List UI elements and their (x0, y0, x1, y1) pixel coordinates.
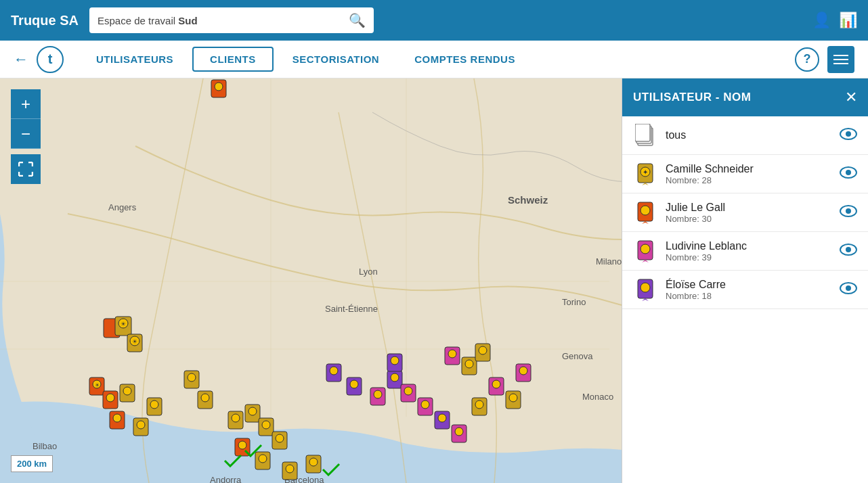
search-placeholder-text: Espace de travail Sud (97, 15, 198, 26)
marker-group-2[interactable]: ☀ (125, 332, 146, 356)
svg-point-120 (641, 283, 650, 292)
svg-point-90 (479, 346, 487, 354)
svg-point-82 (519, 367, 527, 375)
zoom-in-button[interactable]: + (11, 89, 41, 119)
tab-utilisateurs[interactable]: UTILISATEURS (80, 48, 190, 70)
marker-29[interactable] (487, 376, 506, 398)
marker-9[interactable] (183, 369, 202, 391)
camille-eye-icon[interactable] (840, 166, 857, 182)
tous-name: tous (666, 129, 831, 141)
svg-text:Torino: Torino (562, 297, 586, 307)
eloise-eye-icon[interactable] (840, 282, 857, 298)
marker-25[interactable] (416, 396, 435, 418)
eloise-icon (633, 277, 657, 302)
help-button[interactable]: ? (795, 47, 819, 72)
marker-8[interactable] (146, 396, 165, 418)
svg-point-30 (123, 387, 131, 395)
svg-point-32 (113, 414, 121, 422)
svg-point-78 (492, 380, 500, 388)
marker-20[interactable] (325, 363, 344, 384)
chart-icon[interactable]: 📊 (839, 12, 857, 29)
svg-text:Monaco: Monaco (582, 392, 613, 402)
back-button[interactable]: ← (14, 51, 28, 68)
svg-point-66 (391, 373, 399, 382)
camille-icon: ✦ (633, 162, 657, 186)
menu-button[interactable] (827, 46, 854, 73)
panel-close-button[interactable]: ✕ (845, 89, 857, 106)
marker-32[interactable] (386, 352, 405, 374)
panel-item-julie[interactable]: Julie Le Gall Nombre: 30 (622, 193, 868, 232)
marker-26[interactable] (433, 410, 452, 432)
svg-point-118 (846, 247, 851, 252)
marker-18[interactable] (281, 461, 300, 482)
svg-point-70 (421, 400, 429, 409)
svg-point-110 (846, 170, 851, 175)
marker-35[interactable] (474, 342, 493, 364)
panel-header: UTILISATEUR - NOM ✕ (622, 78, 868, 116)
marker-check-2 (223, 454, 242, 467)
marker-16[interactable] (271, 430, 290, 452)
workspace-name: Sud (178, 15, 197, 26)
panel-item-tous[interactable]: tous (622, 116, 868, 155)
marker-6[interactable] (108, 410, 127, 432)
svg-text:☀: ☀ (132, 338, 137, 345)
navbar: ← t UTILISATEURS CLIENTS SECTORISATION C… (0, 41, 868, 78)
nav-right: ? (795, 46, 854, 73)
svg-text:Schweiz: Schweiz (508, 194, 548, 206)
logo[interactable]: t (37, 46, 64, 73)
search-icon[interactable]: 🔍 (349, 12, 366, 28)
marker-11[interactable] (210, 78, 229, 100)
marker-22[interactable] (369, 386, 388, 408)
marker-31[interactable] (515, 363, 534, 384)
marker-7[interactable] (132, 417, 151, 438)
tous-eye-icon[interactable] (840, 128, 857, 143)
ludivine-eye-icon[interactable] (840, 244, 857, 259)
marker-30[interactable] (504, 390, 523, 411)
svg-point-105 (846, 131, 851, 137)
svg-point-58 (309, 458, 318, 466)
svg-point-116 (641, 244, 650, 254)
header: Truque SA Espace de travail Sud 🔍 👤 📊 (0, 0, 868, 41)
eloise-name: Éloïse Carre (666, 279, 831, 291)
marker-24[interactable] (399, 383, 418, 405)
svg-point-34 (137, 421, 145, 429)
svg-point-52 (276, 434, 284, 442)
marker-10[interactable] (196, 390, 215, 411)
svg-point-42 (215, 83, 223, 91)
expand-button[interactable] (11, 154, 41, 184)
marker-12[interactable] (227, 410, 246, 432)
julie-name: Julie Le Gall (666, 202, 831, 214)
marker-19[interactable] (305, 454, 324, 476)
svg-point-74 (455, 428, 463, 436)
user-icon[interactable]: 👤 (812, 12, 831, 29)
panel-title: UTILISATEUR - NOM (633, 91, 751, 104)
tab-comptes-rendus[interactable]: COMPTES RENDUS (398, 48, 531, 70)
tab-clients[interactable]: CLIENTS (192, 47, 274, 72)
map-controls-left: + − (11, 89, 41, 184)
julie-eye-icon[interactable] (840, 205, 857, 221)
search-bar[interactable]: Espace de travail Sud 🔍 (89, 7, 374, 33)
panel-item-camille[interactable]: ✦ Camille Schneider Nombre: 28 (622, 155, 868, 193)
eloise-sub: Nombre: 18 (666, 291, 831, 301)
marker-33[interactable] (443, 346, 462, 367)
svg-point-112 (641, 206, 650, 215)
marker-5[interactable] (118, 383, 137, 405)
marker-28[interactable] (471, 396, 490, 418)
scale-bar: 200 km (11, 455, 53, 472)
svg-point-64 (374, 390, 382, 398)
marker-21[interactable] (345, 376, 364, 398)
svg-text:☀: ☀ (95, 382, 100, 388)
utilisateur-panel: UTILISATEUR - NOM ✕ tous (622, 78, 868, 483)
tous-text: tous (666, 129, 831, 141)
svg-point-48 (248, 407, 257, 415)
marker-27[interactable] (450, 423, 469, 445)
zoom-out-button[interactable]: − (11, 119, 41, 149)
camille-sub: Nombre: 28 (666, 175, 831, 185)
marker-4[interactable] (102, 390, 121, 411)
panel-item-ludivine[interactable]: Ludivine Leblanc Nombre: 39 (622, 232, 868, 271)
panel-item-eloise[interactable]: Éloïse Carre Nombre: 18 (622, 271, 868, 309)
map-area: Angers Bilbao Andorra Barcelona Lyon Sai… (0, 78, 868, 483)
tab-sectorisation[interactable]: SECTORISATION (276, 48, 395, 70)
svg-text:Genova: Genova (562, 351, 593, 361)
svg-point-80 (509, 394, 517, 402)
